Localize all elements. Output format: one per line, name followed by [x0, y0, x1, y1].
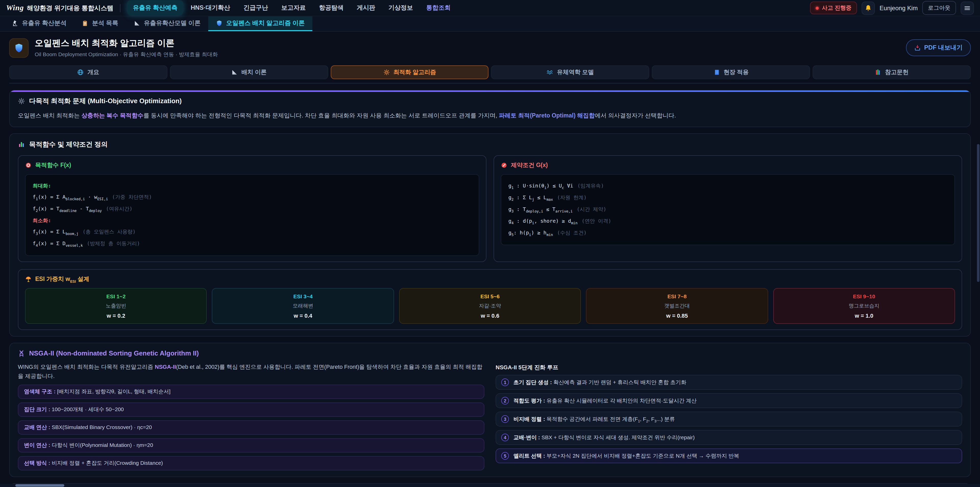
sub-tab-label: 분석 목록 — [92, 19, 118, 27]
user-name: Eunjeong Kim — [880, 4, 918, 11]
incident-status-label: 사고 진행중 — [822, 4, 851, 12]
esi-weight-card: ESI 1~2 노출암빈 w = 0.2 — [25, 288, 207, 324]
notifications-button[interactable] — [862, 1, 875, 14]
esi-weight-value: w = 1.0 — [778, 313, 950, 319]
nav-item[interactable]: 보고자료 — [275, 0, 311, 15]
logout-button[interactable]: 로그아웃 — [922, 1, 956, 15]
nsga-param-item: 집단 크기 : 100~200개체 · 세대수 50~200 — [18, 402, 484, 417]
code-line: f2(x) = Tdeadline - Tdeploy(여유시간) — [33, 203, 472, 215]
page-title: 오일펜스 배치 최적화 알고리즘 이론 — [35, 37, 218, 49]
top-navigation-bar: Wing 해양환경 위기대응 통합시스템 유출유 확산예측HNS·대기확산긴급구… — [0, 0, 980, 16]
menu-button[interactable] — [961, 1, 974, 14]
page-title-group: 오일펜스 배치 최적화 알고리즘 이론 Oil Boom Deployment … — [35, 37, 218, 58]
multi-objective-card: 다목적 최적화 문제 (Multi-Objective Optimization… — [9, 90, 971, 127]
nav-item[interactable]: 긴급구난 — [238, 0, 274, 15]
gear-icon — [383, 69, 390, 76]
step-number-icon: 1 — [501, 379, 509, 386]
step-number-icon: 5 — [501, 452, 509, 460]
nsga-param-item: 선택 방식 : 비지배 정렬 + 혼잡도 거리(Crowding Distanc… — [18, 456, 484, 470]
no-entry-icon — [501, 162, 508, 169]
books-icon — [875, 69, 881, 76]
export-icon — [914, 45, 921, 51]
section-tab-label: 참고문헌 — [885, 69, 908, 76]
section-tab[interactable]: 개요 — [9, 65, 167, 79]
section-tab[interactable]: 유체역학 모델 — [491, 65, 649, 79]
evolution-step: 1 초기 집단 생성 : 확산예측 결과 기반 랜덤 + 휴리스틱 배치안 혼합… — [496, 375, 962, 390]
main-content: 다목적 최적화 문제 (Multi-Objective Optimization… — [0, 90, 980, 487]
section-tab-bar: 개요 배치 이론 최적화 알고리즘 유체역학 모델 현장 적용 참고문헌 — [9, 65, 971, 84]
topbar-right: 사고 진행중 Eunjeong Kim 로그아웃 — [810, 1, 974, 15]
esi-range: ESI 3~4 — [217, 294, 390, 300]
section-tab-label: 배치 이론 — [242, 69, 266, 76]
code-line: 최소화: — [33, 215, 472, 226]
esi-weight-panel: ESI 가중치 wESI 설계 ESI 1~2 노출암빈 w = 0.2 ESI… — [18, 269, 962, 330]
section-tab[interactable]: 최적화 알고리즘 — [331, 65, 489, 79]
card-heading: NSGA-II (Non-dominated Sorting Genetic A… — [18, 350, 962, 357]
code-line: f4(x) = Σ Dvessel,k(방제정 총 이동거리) — [33, 238, 472, 250]
sub-tab[interactable]: 유출유확산모델 이론 — [126, 16, 208, 31]
objective-function-panel: 목적함수 F(x) 최대화: f1(x) = Σ Ablocked,i · wE… — [18, 155, 487, 262]
section-tab-label: 현장 적용 — [724, 69, 749, 76]
code-line: f3(x) = Σ Lboom,j(총 오일펜스 사용량) — [33, 226, 472, 238]
page-header: 오일펜스 배치 최적화 알고리즘 이론 Oil Boom Deployment … — [0, 32, 980, 63]
code-line: g4 : d(pi, shore) ≥ dmin(연안 이격) — [508, 216, 947, 227]
esi-label: 자갈·조약 — [404, 303, 576, 310]
section-tab-label: 유체역학 모델 — [557, 69, 594, 76]
step-number-icon: 2 — [501, 397, 509, 405]
ruler-icon — [231, 69, 238, 76]
nsga-heading: NSGA-II (Non-dominated Sorting Genetic A… — [29, 350, 199, 357]
nsga-paragraph: WING의 오일펜스 배치 최적화는 다목적 유전알고리즘 NSGA-II(De… — [18, 362, 484, 381]
shield-icon — [216, 20, 223, 27]
esi-label: 갯벌조간대 — [590, 303, 763, 310]
nav-item[interactable]: 유출유 확산예측 — [127, 0, 183, 15]
nsga-card: NSGA-II (Non-dominated Sorting Genetic A… — [9, 343, 971, 477]
pdf-export-button[interactable]: PDF 내보내기 — [906, 39, 971, 56]
esi-card-row: ESI 1~2 노출암빈 w = 0.2 ESI 3~4 모래해변 w = 0.… — [25, 288, 955, 324]
objective-function-title: 목적함수 F(x) — [35, 161, 71, 169]
constraint-code-block: g1 : U·sin(θi) ≤ Uc ∀i(임계유속) g2 : Σ Lj ≤… — [501, 174, 955, 245]
section-tab[interactable]: 참고문헌 — [813, 65, 971, 79]
bell-icon — [865, 4, 872, 11]
sub-tab-label: 유출유 확산분석 — [22, 19, 67, 27]
evolution-loop-title: NSGA-II 5단계 진화 루프 — [496, 364, 962, 372]
esi-range: ESI 1~2 — [30, 294, 202, 300]
horizontal-scrollbar-thumb[interactable] — [15, 484, 64, 487]
nav-item[interactable]: 기상정보 — [383, 0, 418, 15]
sub-tab[interactable]: 오일펜스 배치 알고리즘 이론 — [208, 16, 312, 31]
section-tab[interactable]: 현장 적용 — [652, 65, 810, 79]
esi-range: ESI 7~8 — [590, 294, 763, 300]
horizontal-scrollbar — [0, 484, 980, 487]
esi-range: ESI 5~6 — [404, 294, 576, 300]
nav-item[interactable]: HNS·대기확산 — [185, 0, 236, 15]
nsga-param-item: 염색체 구조 : [배치지점 좌표, 방향각θ, 길이L, 형태, 배치순서] — [18, 384, 484, 399]
constraint-title: 제약조건 G(x) — [511, 161, 548, 169]
brand: Wing 해양환경 위기대응 통합시스템 — [6, 3, 114, 13]
esi-label: 맹그로브습지 — [778, 303, 950, 310]
esi-weight-value: w = 0.85 — [590, 313, 763, 319]
panel-heading: ESI 가중치 wESI 설계 — [25, 275, 955, 283]
nsga-param-list: 염색체 구조 : [배치지점 좌표, 방향각θ, 길이L, 형태, 배치순서] … — [18, 384, 484, 470]
sub-tab[interactable]: 분석 목록 — [74, 16, 126, 31]
nav-item[interactable]: 게시판 — [351, 0, 381, 15]
ruler-icon — [134, 20, 140, 27]
hamburger-menu-icon — [964, 4, 971, 11]
clipboard-icon — [82, 20, 89, 27]
esi-heading: ESI 가중치 wESI 설계 — [35, 275, 89, 283]
esi-label: 노출암빈 — [30, 303, 202, 310]
nav-item[interactable]: 항공탐색 — [313, 0, 349, 15]
evolution-step: 5 엘리트 선택 : 부모+자식 2N 집단에서 비지배 정렬+혼잡도 기준으로… — [496, 449, 962, 463]
app-window: Wing 해양환경 위기대응 통합시스템 유출유 확산예측HNS·대기확산긴급구… — [0, 0, 980, 487]
esi-weight-card: ESI 9~10 맹그로브습지 w = 1.0 — [773, 288, 955, 324]
section-tab-label: 개요 — [88, 69, 99, 76]
intro-paragraph: 오일펜스 배치 최적화는 상충하는 복수 목적함수를 동시에 만족해야 하는 전… — [18, 111, 962, 121]
vertical-scrollbar-thumb[interactable] — [977, 144, 980, 282]
esi-weight-card: ESI 7~8 갯벌조간대 w = 0.85 — [586, 288, 768, 324]
nav-item[interactable]: 통합조회 — [421, 0, 456, 15]
code-line: g5: h(pi) ≥ hmin(수심 조건) — [508, 227, 947, 239]
section-tab[interactable]: 배치 이론 — [170, 65, 328, 79]
sub-tab-label: 오일펜스 배치 알고리즘 이론 — [226, 19, 305, 27]
nsga-left-column: WING의 오일펜스 배치 최적화는 다목적 유전알고리즘 NSGA-II(De… — [18, 362, 484, 470]
sub-tab[interactable]: 유출유 확산분석 — [4, 16, 74, 31]
esi-weight-value: w = 0.2 — [30, 313, 202, 319]
evolution-step: 4 교배·변이 : SBX + 다항식 변이로 자식 세대 생성. 제약조건 위… — [496, 430, 962, 445]
